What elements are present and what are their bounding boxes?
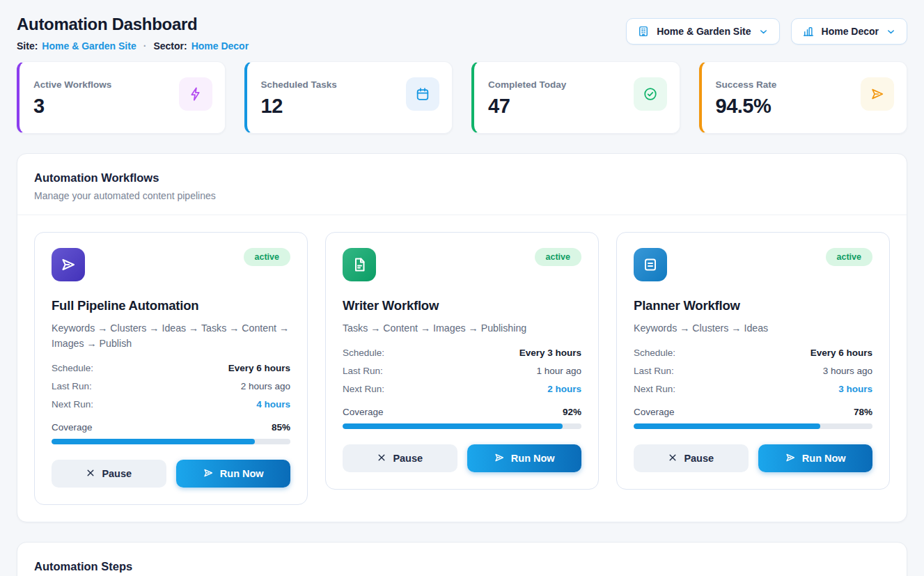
workflow-pipeline: Keywords → Clusters → Ideas bbox=[634, 320, 872, 336]
stat-card-active-workflows: Active Workflows 3 bbox=[17, 61, 226, 134]
separator: · bbox=[143, 39, 147, 53]
check-circle-icon bbox=[634, 77, 667, 111]
next-run-row: Next Run: 4 hours bbox=[52, 399, 290, 410]
next-run-row: Next Run: 3 hours bbox=[634, 384, 872, 394]
coverage-row: Coverage 92% bbox=[343, 407, 581, 417]
stat-value: 47 bbox=[488, 95, 566, 118]
site-selector-value: Home & Garden Site bbox=[657, 26, 751, 37]
stat-card-scheduled-tasks: Scheduled Tasks 12 bbox=[244, 61, 453, 134]
stat-value: 12 bbox=[261, 95, 337, 118]
send-icon bbox=[203, 467, 214, 481]
send-icon bbox=[52, 248, 85, 281]
pause-button[interactable]: Pause bbox=[52, 460, 166, 488]
workflow-card-full-pipeline: active Full Pipeline Automation Keywords… bbox=[34, 232, 308, 505]
coverage-progress-bar bbox=[634, 423, 872, 429]
stat-cards-row: Active Workflows 3 Scheduled Tasks 12 Co… bbox=[17, 61, 907, 134]
header-titles: Automation Dashboard Site: Home & Garden… bbox=[17, 14, 249, 53]
schedule-row: Schedule: Every 6 hours bbox=[634, 348, 872, 358]
stat-label: Scheduled Tasks bbox=[261, 79, 337, 90]
bar-chart-icon bbox=[802, 25, 815, 38]
stat-label: Success Rate bbox=[716, 79, 777, 90]
lightning-icon bbox=[179, 77, 212, 111]
run-now-button[interactable]: Run Now bbox=[176, 460, 291, 488]
pause-button[interactable]: Pause bbox=[343, 444, 457, 472]
workflow-card-planner: active Planner Workflow Keywords → Clust… bbox=[616, 232, 890, 490]
steps-section-header: Automation Steps Configure which steps a… bbox=[17, 543, 907, 576]
schedule-value: Every 6 hours bbox=[811, 348, 872, 358]
schedule-value: Every 6 hours bbox=[228, 363, 290, 373]
coverage-progress-fill bbox=[52, 439, 255, 444]
sector-selector-value: Home Decor bbox=[822, 26, 879, 37]
coverage-row: Coverage 85% bbox=[52, 422, 290, 433]
document-icon bbox=[343, 248, 376, 281]
coverage-progress-fill bbox=[634, 423, 820, 429]
status-badge: active bbox=[826, 248, 872, 266]
x-icon bbox=[86, 468, 95, 480]
workflows-section-header: Automation Workflows Manage your automat… bbox=[17, 154, 907, 215]
automation-steps-section: Automation Steps Configure which steps a… bbox=[17, 542, 907, 576]
workflow-pipeline: Tasks → Content → Images → Publishing bbox=[343, 320, 581, 336]
status-badge: active bbox=[244, 248, 290, 266]
stat-value: 3 bbox=[33, 95, 111, 118]
send-icon bbox=[785, 452, 796, 465]
workflow-card-writer: active Writer Workflow Tasks → Content →… bbox=[325, 232, 599, 490]
coverage-value: 92% bbox=[563, 407, 581, 417]
page-title: Automation Dashboard bbox=[17, 14, 249, 35]
workflow-title: Writer Workflow bbox=[343, 298, 581, 313]
building-icon bbox=[637, 25, 650, 38]
header-selectors: Home & Garden Site Home Decor bbox=[626, 18, 907, 45]
breadcrumb: Site: Home & Garden Site · Sector: Home … bbox=[17, 39, 249, 53]
next-run-row: Next Run: 2 hours bbox=[343, 384, 581, 394]
stat-label: Completed Today bbox=[488, 79, 566, 90]
workflow-title: Planner Workflow bbox=[634, 298, 872, 313]
last-run-value: 1 hour ago bbox=[536, 366, 581, 376]
page-header: Automation Dashboard Site: Home & Garden… bbox=[17, 14, 907, 53]
pause-button[interactable]: Pause bbox=[634, 444, 749, 472]
workflow-pipeline: Keywords → Clusters → Ideas → Tasks → Co… bbox=[52, 320, 290, 351]
section-title: Automation Workflows bbox=[34, 171, 890, 185]
section-subtitle: Manage your automated content pipelines bbox=[34, 190, 890, 201]
next-run-value: 2 hours bbox=[547, 384, 581, 394]
coverage-progress-fill bbox=[343, 423, 563, 429]
x-icon bbox=[377, 453, 386, 465]
sector-label: Sector: bbox=[153, 39, 187, 53]
sector-link[interactable]: Home Decor bbox=[191, 39, 249, 53]
next-run-value: 3 hours bbox=[838, 384, 872, 394]
status-badge: active bbox=[535, 248, 581, 266]
automation-dashboard-page: Automation Dashboard Site: Home & Garden… bbox=[0, 0, 924, 576]
send-icon bbox=[494, 452, 505, 465]
coverage-value: 85% bbox=[272, 422, 290, 433]
site-link[interactable]: Home & Garden Site bbox=[42, 39, 136, 53]
chevron-down-icon bbox=[758, 26, 769, 37]
last-run-row: Last Run: 2 hours ago bbox=[52, 381, 290, 391]
stat-label: Active Workflows bbox=[33, 79, 111, 90]
stat-card-success-rate: Success Rate 94.5% bbox=[699, 61, 908, 134]
run-now-button[interactable]: Run Now bbox=[758, 444, 873, 472]
chevron-down-icon bbox=[886, 26, 896, 37]
stat-card-completed-today: Completed Today 47 bbox=[471, 61, 680, 134]
workflow-cards-grid: active Full Pipeline Automation Keywords… bbox=[17, 215, 907, 522]
schedule-row: Schedule: Every 6 hours bbox=[52, 363, 290, 373]
coverage-row: Coverage 78% bbox=[634, 407, 872, 417]
coverage-progress-bar bbox=[343, 423, 581, 429]
last-run-row: Last Run: 3 hours ago bbox=[634, 366, 872, 376]
stat-value: 94.5% bbox=[716, 95, 777, 118]
next-run-value: 4 hours bbox=[256, 399, 290, 410]
x-icon bbox=[668, 453, 678, 465]
site-selector-dropdown[interactable]: Home & Garden Site bbox=[626, 18, 779, 45]
note-icon bbox=[634, 248, 667, 281]
automation-workflows-section: Automation Workflows Manage your automat… bbox=[17, 153, 907, 522]
section-title: Automation Steps bbox=[34, 560, 890, 573]
last-run-row: Last Run: 1 hour ago bbox=[343, 366, 581, 376]
schedule-row: Schedule: Every 3 hours bbox=[343, 348, 581, 358]
coverage-value: 78% bbox=[854, 407, 872, 417]
coverage-progress-bar bbox=[52, 439, 290, 444]
schedule-value: Every 3 hours bbox=[519, 348, 581, 358]
sector-selector-dropdown[interactable]: Home Decor bbox=[791, 18, 907, 45]
calendar-icon bbox=[406, 77, 439, 111]
site-label: Site: bbox=[17, 39, 38, 53]
send-icon bbox=[861, 77, 894, 111]
last-run-value: 2 hours ago bbox=[241, 381, 290, 391]
run-now-button[interactable]: Run Now bbox=[467, 444, 582, 472]
workflow-title: Full Pipeline Automation bbox=[52, 298, 290, 313]
